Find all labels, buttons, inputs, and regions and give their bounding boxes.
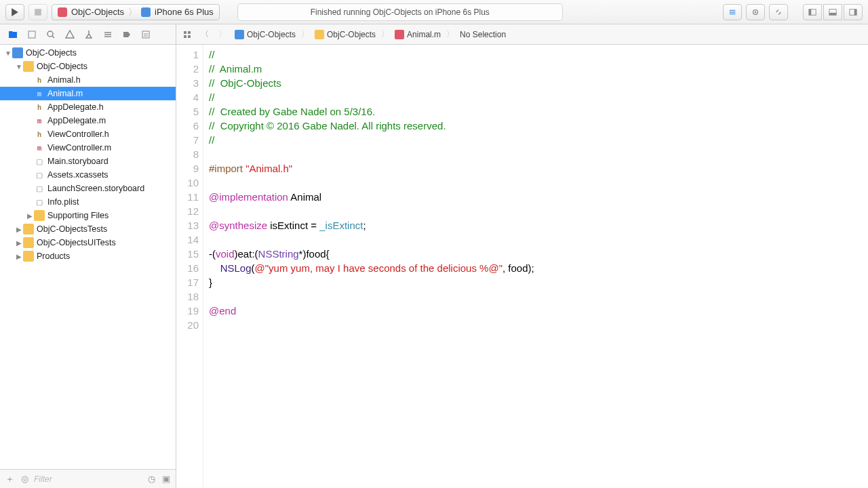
tree-folder[interactable]: ▼ObjC-Objects bbox=[0, 46, 176, 60]
tree-item-label: ObjC-Objects bbox=[37, 62, 87, 71]
tree-file[interactable]: ▢Info.plist bbox=[0, 195, 176, 209]
related-items-button[interactable] bbox=[180, 28, 194, 41]
svg-rect-4 bbox=[809, 9, 811, 15]
folder-icon bbox=[23, 61, 34, 72]
tree-folder[interactable]: ▼ObjC-Objects bbox=[0, 60, 176, 73]
tree-item-label: LaunchScreen.storyboard bbox=[47, 184, 144, 193]
file-icon: ▢ bbox=[34, 156, 45, 167]
jump-project[interactable]: ObjC-Objects bbox=[232, 28, 298, 41]
tree-item-label: ObjC-ObjectsUITests bbox=[37, 238, 116, 247]
svg-rect-6 bbox=[829, 12, 836, 14]
navigator-sidebar: ▼ObjC-Objects▼ObjC-ObjectshAnimal.hmAnim… bbox=[0, 45, 176, 488]
svg-rect-8 bbox=[854, 9, 856, 15]
tree-folder[interactable]: ▶ObjC-ObjectsTests bbox=[0, 222, 176, 236]
editor-version-button[interactable] bbox=[769, 4, 788, 20]
scheme-device-label: iPhone 6s Plus bbox=[155, 7, 214, 17]
svg-rect-12 bbox=[184, 31, 186, 34]
tree-item-label: AppDelegate.m bbox=[47, 116, 106, 125]
file-icon: ▢ bbox=[34, 183, 45, 194]
tree-folder[interactable]: ▶ObjC-ObjectsUITests bbox=[0, 236, 176, 249]
scm-status-icon[interactable]: ▣ bbox=[161, 474, 172, 485]
jump-file[interactable]: Animal.m bbox=[392, 28, 443, 41]
header-file-icon: h bbox=[34, 129, 45, 140]
implementation-file-icon: m bbox=[34, 115, 45, 126]
code-content[interactable]: //// Animal.m// ObjC-Objects//// Created… bbox=[203, 45, 868, 488]
filter-input[interactable] bbox=[34, 474, 142, 484]
folder-icon bbox=[34, 210, 45, 221]
tree-file[interactable]: ▢LaunchScreen.storyboard bbox=[0, 182, 176, 195]
disclosure-triangle-icon[interactable]: ▶ bbox=[15, 226, 23, 233]
jump-bar: 〈 〉 ObjC-Objects 〉 ObjC-Objects 〉 Animal… bbox=[176, 24, 868, 44]
tree-file[interactable]: ▢Main.storyboard bbox=[0, 155, 176, 168]
editor-standard-button[interactable] bbox=[723, 4, 742, 20]
tree-item-label: Main.storyboard bbox=[47, 157, 108, 166]
debug-navigator-tab[interactable] bbox=[99, 27, 117, 42]
disclosure-triangle-icon[interactable]: ▼ bbox=[4, 49, 12, 57]
tree-folder[interactable]: ▶Products bbox=[0, 249, 176, 263]
activity-status: Finished running ObjC-Objects on iPhone … bbox=[237, 3, 563, 21]
svg-rect-15 bbox=[188, 35, 191, 38]
tree-file[interactable]: hViewController.h bbox=[0, 127, 176, 141]
project-tree[interactable]: ▼ObjC-Objects▼ObjC-ObjectshAnimal.hmAnim… bbox=[0, 45, 176, 469]
breakpoint-navigator-tab[interactable] bbox=[118, 27, 136, 42]
go-back-button[interactable]: 〈 bbox=[198, 28, 212, 41]
tree-item-label: Animal.h bbox=[47, 75, 81, 85]
symbol-navigator-tab[interactable] bbox=[23, 27, 41, 42]
tree-item-label: Products bbox=[37, 251, 70, 261]
jump-symbol[interactable]: No Selection bbox=[457, 28, 509, 41]
disclosure-triangle-icon[interactable]: ▶ bbox=[15, 239, 23, 247]
go-forward-button[interactable]: 〉 bbox=[216, 28, 229, 41]
tree-item-label: ViewController.h bbox=[47, 129, 109, 139]
header-file-icon: h bbox=[34, 102, 45, 113]
tree-item-label: Supporting Files bbox=[47, 211, 108, 220]
issue-navigator-tab[interactable] bbox=[61, 27, 79, 42]
tree-file[interactable]: mAppDelegate.m bbox=[0, 114, 176, 127]
stop-button[interactable] bbox=[28, 4, 47, 20]
recent-files-icon[interactable]: ◷ bbox=[146, 474, 157, 485]
run-button[interactable] bbox=[5, 4, 24, 20]
source-editor[interactable]: 1234567891011121314151617181920 //// Ani… bbox=[176, 45, 868, 488]
panel-toggle-group bbox=[803, 4, 863, 20]
add-button[interactable]: ＋ bbox=[4, 474, 15, 485]
file-icon: ▢ bbox=[34, 169, 45, 180]
tree-file[interactable]: hAnimal.h bbox=[0, 73, 176, 87]
implementation-file-icon: m bbox=[34, 142, 45, 153]
sub-toolbar: 〈 〉 ObjC-Objects 〉 ObjC-Objects 〉 Animal… bbox=[0, 24, 868, 45]
tree-file[interactable]: hAppDelegate.h bbox=[0, 100, 176, 114]
disclosure-triangle-icon[interactable]: ▶ bbox=[26, 212, 34, 220]
tree-item-label: ObjC-ObjectsTests bbox=[37, 224, 107, 234]
tree-item-label: ObjC-Objects bbox=[26, 48, 77, 58]
editor-assistant-button[interactable] bbox=[746, 4, 765, 20]
find-navigator-tab[interactable] bbox=[42, 27, 60, 42]
svg-rect-11 bbox=[142, 31, 149, 38]
main-area: ▼ObjC-Objects▼ObjC-ObjectshAnimal.hmAnim… bbox=[0, 45, 868, 488]
tree-item-label: Assets.xcassets bbox=[47, 170, 108, 180]
tree-file[interactable]: ▢Assets.xcassets bbox=[0, 168, 176, 182]
svg-rect-14 bbox=[184, 35, 186, 38]
scheme-selector[interactable]: ObjC-Objects 〉 iPhone 6s Plus bbox=[52, 4, 220, 20]
navigator-filter-bar: ＋ ◎ ◷ ▣ bbox=[0, 469, 176, 488]
line-number-gutter: 1234567891011121314151617181920 bbox=[176, 45, 203, 488]
toggle-navigator-button[interactable] bbox=[803, 4, 822, 20]
test-navigator-tab[interactable] bbox=[80, 27, 98, 42]
scheme-target-label: ObjC-Objects bbox=[71, 7, 124, 17]
filter-scope-icon[interactable]: ◎ bbox=[19, 474, 30, 485]
report-navigator-tab[interactable] bbox=[137, 27, 155, 42]
chevron-right-icon: 〉 bbox=[446, 28, 454, 40]
svg-rect-13 bbox=[188, 31, 191, 34]
disclosure-triangle-icon[interactable]: ▶ bbox=[15, 253, 23, 260]
implementation-file-icon: m bbox=[34, 88, 45, 99]
tree-item-label: ViewController.m bbox=[47, 143, 111, 152]
folder-icon bbox=[23, 237, 34, 248]
navigator-tabs bbox=[0, 24, 176, 44]
toggle-debug-button[interactable] bbox=[823, 4, 842, 20]
chevron-right-icon: 〉 bbox=[381, 28, 389, 40]
toggle-utilities-button[interactable] bbox=[844, 4, 863, 20]
tree-file[interactable]: mViewController.m bbox=[0, 141, 176, 155]
project-navigator-tab[interactable] bbox=[4, 27, 22, 42]
tree-file[interactable]: mAnimal.m bbox=[0, 87, 176, 100]
svg-rect-0 bbox=[35, 9, 41, 16]
disclosure-triangle-icon[interactable]: ▼ bbox=[15, 63, 23, 70]
tree-folder[interactable]: ▶Supporting Files bbox=[0, 209, 176, 222]
jump-folder[interactable]: ObjC-Objects bbox=[312, 28, 378, 41]
